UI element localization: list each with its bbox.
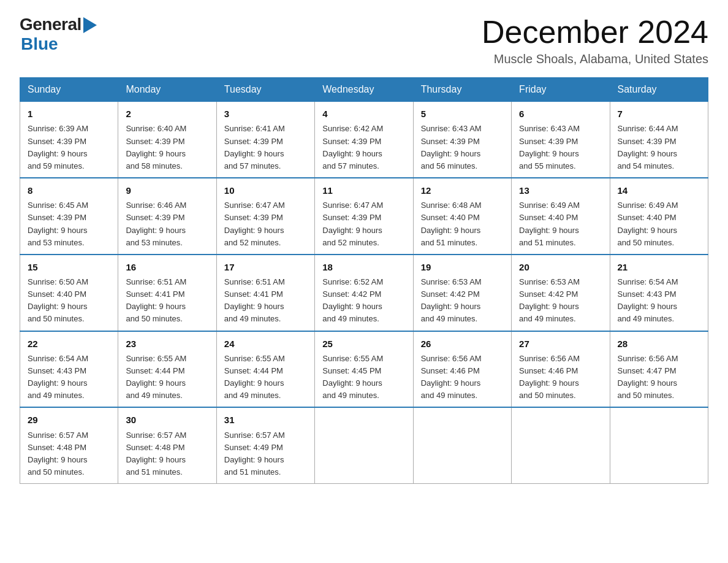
- day-sunrise: Sunrise: 6:48 AM: [421, 201, 482, 210]
- day-number: 13: [519, 183, 603, 197]
- day-sunrise: Sunrise: 6:51 AM: [126, 277, 186, 286]
- calendar-day-cell: 22 Sunrise: 6:54 AM Sunset: 4:43 PM Dayl…: [20, 331, 118, 408]
- calendar-day-cell: 1 Sunrise: 6:39 AM Sunset: 4:39 PM Dayli…: [20, 102, 118, 178]
- day-daylight-line1: Daylight: 9 hours: [28, 226, 88, 235]
- day-sunset: Sunset: 4:46 PM: [421, 366, 480, 375]
- day-daylight-line2: and 50 minutes.: [126, 314, 183, 323]
- day-sunset: Sunset: 4:48 PM: [28, 443, 86, 452]
- day-daylight-line1: Daylight: 9 hours: [28, 302, 88, 311]
- calendar-day-cell: 13 Sunrise: 6:49 AM Sunset: 4:40 PM Dayl…: [512, 178, 610, 255]
- day-sunset: Sunset: 4:43 PM: [28, 366, 86, 375]
- day-daylight-line2: and 59 minutes.: [28, 161, 85, 170]
- day-number: 15: [28, 260, 112, 274]
- day-daylight-line1: Daylight: 9 hours: [224, 149, 284, 158]
- day-number: 11: [322, 183, 406, 197]
- month-year-title: December 2024: [482, 15, 708, 50]
- day-sunset: Sunset: 4:39 PM: [224, 213, 283, 222]
- day-sunrise: Sunrise: 6:45 AM: [28, 201, 88, 210]
- day-number: 24: [224, 337, 308, 351]
- day-sunrise: Sunrise: 6:47 AM: [224, 201, 285, 210]
- day-sunrise: Sunrise: 6:39 AM: [28, 124, 88, 133]
- calendar-table: Sunday Monday Tuesday Wednesday Thursday…: [20, 77, 708, 484]
- day-number: 21: [618, 260, 702, 274]
- day-sunset: Sunset: 4:45 PM: [322, 366, 381, 375]
- calendar-week-row: 8 Sunrise: 6:45 AM Sunset: 4:39 PM Dayli…: [20, 178, 708, 255]
- day-number: 16: [126, 260, 210, 274]
- day-daylight-line2: and 49 minutes.: [421, 314, 478, 323]
- day-sunrise: Sunrise: 6:55 AM: [224, 354, 285, 363]
- day-number: 18: [322, 260, 406, 274]
- day-sunset: Sunset: 4:49 PM: [224, 443, 283, 452]
- day-daylight-line2: and 49 minutes.: [618, 314, 675, 323]
- day-daylight-line1: Daylight: 9 hours: [421, 226, 481, 235]
- calendar-day-cell: 17 Sunrise: 6:51 AM Sunset: 4:41 PM Dayl…: [216, 255, 314, 331]
- day-daylight-line2: and 49 minutes.: [519, 314, 576, 323]
- calendar-day-cell: 9 Sunrise: 6:46 AM Sunset: 4:39 PM Dayli…: [118, 178, 216, 255]
- day-daylight-line1: Daylight: 9 hours: [126, 455, 186, 464]
- day-sunrise: Sunrise: 6:57 AM: [224, 431, 285, 440]
- day-daylight-line2: and 53 minutes.: [126, 238, 183, 247]
- day-daylight-line1: Daylight: 9 hours: [224, 378, 284, 388]
- day-sunset: Sunset: 4:39 PM: [618, 137, 677, 146]
- header-thursday: Thursday: [413, 78, 511, 102]
- day-sunrise: Sunrise: 6:55 AM: [126, 354, 186, 363]
- day-sunrise: Sunrise: 6:43 AM: [519, 124, 580, 133]
- calendar-day-cell: 6 Sunrise: 6:43 AM Sunset: 4:39 PM Dayli…: [512, 102, 610, 178]
- day-daylight-line2: and 49 minutes.: [421, 391, 478, 400]
- day-daylight-line2: and 49 minutes.: [322, 314, 379, 323]
- day-daylight-line2: and 51 minutes.: [519, 238, 576, 247]
- calendar-day-cell: 2 Sunrise: 6:40 AM Sunset: 4:39 PM Dayli…: [118, 102, 216, 178]
- svg-marker-0: [83, 17, 97, 33]
- day-number: 19: [421, 260, 505, 274]
- day-daylight-line1: Daylight: 9 hours: [421, 302, 481, 311]
- day-sunset: Sunset: 4:40 PM: [519, 213, 578, 222]
- day-daylight-line1: Daylight: 9 hours: [28, 455, 88, 464]
- day-sunrise: Sunrise: 6:50 AM: [28, 277, 88, 286]
- day-sunset: Sunset: 4:39 PM: [28, 137, 86, 146]
- day-number: 6: [519, 107, 603, 121]
- day-sunset: Sunset: 4:39 PM: [322, 137, 381, 146]
- day-daylight-line2: and 49 minutes.: [126, 391, 183, 400]
- calendar-day-cell: [512, 407, 610, 483]
- day-number: 1: [28, 107, 112, 121]
- day-daylight-line2: and 49 minutes.: [28, 391, 85, 400]
- calendar-day-cell: 20 Sunrise: 6:53 AM Sunset: 4:42 PM Dayl…: [512, 255, 610, 331]
- logo-triangle-icon: [83, 17, 97, 33]
- day-number: 14: [618, 183, 702, 197]
- day-number: 10: [224, 183, 308, 197]
- day-sunrise: Sunrise: 6:57 AM: [126, 431, 186, 440]
- day-daylight-line2: and 50 minutes.: [519, 391, 576, 400]
- day-sunrise: Sunrise: 6:44 AM: [618, 124, 678, 133]
- calendar-day-cell: 23 Sunrise: 6:55 AM Sunset: 4:44 PM Dayl…: [118, 331, 216, 408]
- day-daylight-line1: Daylight: 9 hours: [126, 302, 186, 311]
- day-sunset: Sunset: 4:39 PM: [28, 213, 86, 222]
- calendar-day-cell: 29 Sunrise: 6:57 AM Sunset: 4:48 PM Dayl…: [20, 407, 118, 483]
- day-sunset: Sunset: 4:43 PM: [618, 289, 677, 299]
- day-sunset: Sunset: 4:39 PM: [224, 137, 283, 146]
- day-daylight-line1: Daylight: 9 hours: [126, 149, 186, 158]
- day-number: 7: [618, 107, 702, 121]
- logo-blue-text: Blue: [21, 34, 58, 54]
- day-sunset: Sunset: 4:42 PM: [519, 289, 578, 299]
- calendar-day-cell: 18 Sunrise: 6:52 AM Sunset: 4:42 PM Dayl…: [315, 255, 413, 331]
- day-daylight-line1: Daylight: 9 hours: [28, 378, 88, 388]
- day-sunrise: Sunrise: 6:49 AM: [618, 201, 678, 210]
- day-number: 17: [224, 260, 308, 274]
- day-daylight-line2: and 57 minutes.: [224, 161, 281, 170]
- calendar-day-cell: 24 Sunrise: 6:55 AM Sunset: 4:44 PM Dayl…: [216, 331, 314, 408]
- day-daylight-line1: Daylight: 9 hours: [322, 149, 382, 158]
- calendar-day-cell: 15 Sunrise: 6:50 AM Sunset: 4:40 PM Dayl…: [20, 255, 118, 331]
- day-sunrise: Sunrise: 6:49 AM: [519, 201, 580, 210]
- day-sunrise: Sunrise: 6:56 AM: [519, 354, 580, 363]
- title-block: December 2024 Muscle Shoals, Alabama, Un…: [482, 15, 708, 66]
- calendar-week-row: 22 Sunrise: 6:54 AM Sunset: 4:43 PM Dayl…: [20, 331, 708, 408]
- day-daylight-line1: Daylight: 9 hours: [519, 378, 579, 388]
- day-sunset: Sunset: 4:42 PM: [322, 289, 381, 299]
- calendar-day-cell: 31 Sunrise: 6:57 AM Sunset: 4:49 PM Dayl…: [216, 407, 314, 483]
- calendar-day-cell: 30 Sunrise: 6:57 AM Sunset: 4:48 PM Dayl…: [118, 407, 216, 483]
- day-daylight-line1: Daylight: 9 hours: [421, 378, 481, 388]
- header-sunday: Sunday: [20, 78, 118, 102]
- day-sunset: Sunset: 4:47 PM: [618, 366, 677, 375]
- header-tuesday: Tuesday: [216, 78, 314, 102]
- day-daylight-line2: and 51 minutes.: [224, 467, 281, 477]
